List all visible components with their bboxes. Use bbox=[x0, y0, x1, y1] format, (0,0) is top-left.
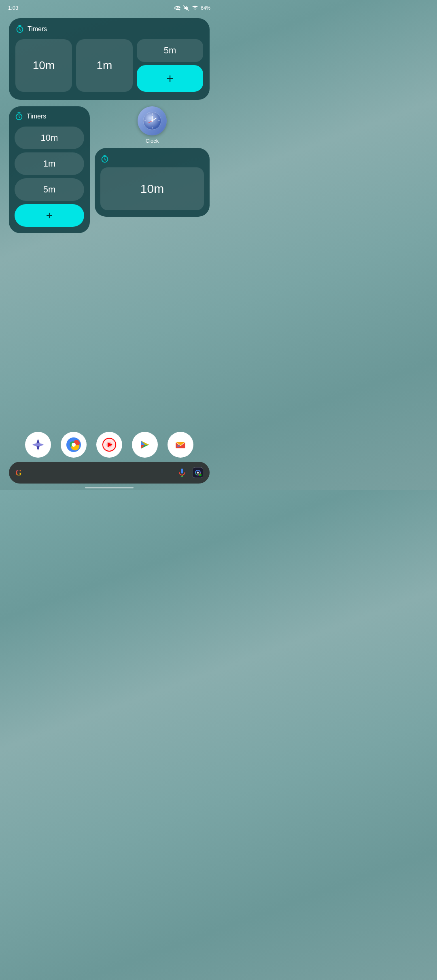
widget-header-small: Timers bbox=[15, 112, 84, 121]
status-bar: 1:03 64% bbox=[0, 0, 218, 14]
gmail-logo: M bbox=[172, 437, 189, 453]
widget-header-large: Timers bbox=[15, 25, 203, 34]
stopwatch-icon-large bbox=[15, 25, 24, 34]
stopwatch-icon-mini bbox=[100, 154, 109, 163]
vpn-icon bbox=[174, 6, 180, 11]
timer-5m-btn-small[interactable]: 5m bbox=[15, 178, 84, 201]
search-bar[interactable]: G bbox=[9, 462, 210, 484]
timer-10m-btn-small[interactable]: 10m bbox=[15, 127, 84, 149]
svg-point-38 bbox=[199, 474, 202, 476]
wifi-icon bbox=[192, 6, 198, 11]
svg-rect-30 bbox=[181, 469, 183, 473]
timer-1m-btn-large[interactable]: 1m bbox=[76, 39, 133, 92]
dock: M bbox=[25, 432, 193, 458]
timer-10m-btn-large[interactable]: 10m bbox=[15, 39, 72, 92]
play-store-logo bbox=[137, 437, 153, 453]
battery: 64% bbox=[201, 5, 210, 11]
timer-list: 10m 1m 5m + bbox=[15, 127, 84, 227]
chrome-icon[interactable] bbox=[61, 432, 87, 458]
clock-icon-widget[interactable]: Clock bbox=[95, 106, 210, 144]
youtube-music-icon[interactable] bbox=[96, 432, 122, 458]
bottom-row: Timers 10m 1m 5m + bbox=[9, 106, 210, 233]
mic-icon[interactable] bbox=[177, 468, 187, 477]
timer-plus-btn-large[interactable]: + bbox=[137, 65, 203, 92]
status-icons: 64% bbox=[174, 5, 210, 11]
google-g-logo: G bbox=[15, 468, 22, 477]
mute-icon bbox=[183, 5, 189, 11]
yt-music-logo bbox=[101, 437, 117, 453]
mini-timer-widget: 10m bbox=[95, 148, 210, 217]
gemini-icon[interactable] bbox=[25, 432, 51, 458]
time: 1:03 bbox=[8, 5, 18, 11]
widget-title-large: Timers bbox=[28, 25, 47, 33]
svg-point-15 bbox=[72, 443, 76, 447]
timer-1m-btn-small[interactable]: 1m bbox=[15, 152, 84, 175]
search-action-icons bbox=[177, 467, 203, 478]
timers-widget-large: Timers 10m 1m 5m + bbox=[9, 18, 210, 100]
timer-right-col: 5m + bbox=[137, 39, 203, 92]
svg-point-11 bbox=[151, 120, 153, 122]
timer-5m-btn-large[interactable]: 5m bbox=[137, 39, 203, 62]
right-widgets: Clock 10m bbox=[95, 106, 210, 217]
clock-face bbox=[142, 111, 162, 131]
svg-text:M: M bbox=[177, 444, 180, 448]
clock-circle[interactable] bbox=[138, 106, 167, 135]
svg-point-37 bbox=[197, 472, 199, 474]
play-store-icon[interactable] bbox=[132, 432, 158, 458]
lens-icon[interactable] bbox=[193, 467, 203, 478]
clock-label: Clock bbox=[146, 138, 159, 144]
timers-widget-small: Timers 10m 1m 5m + bbox=[9, 106, 90, 233]
gmail-icon[interactable]: M bbox=[168, 432, 193, 458]
timer-plus-btn-small[interactable]: + bbox=[15, 204, 84, 227]
timer-10m-btn-mini[interactable]: 10m bbox=[100, 167, 204, 210]
timer-buttons-row: 10m 1m 5m + bbox=[15, 39, 203, 92]
home-indicator bbox=[85, 487, 134, 488]
widget-title-small: Timers bbox=[27, 113, 46, 120]
gemini-logo bbox=[31, 437, 45, 452]
chrome-logo bbox=[66, 437, 82, 453]
stopwatch-icon-small bbox=[15, 112, 23, 121]
widgets-area: Timers 10m 1m 5m + Timers 10m bbox=[0, 14, 218, 237]
